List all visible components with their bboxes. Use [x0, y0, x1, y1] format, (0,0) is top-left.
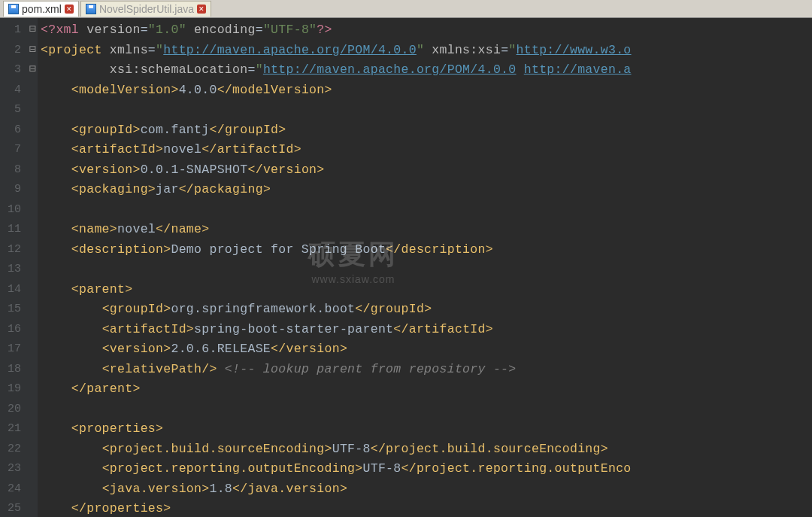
close-icon[interactable]: ✕ — [197, 5, 206, 14]
tab-bar: pom.xml ✕ NovelSpiderUtil.java ✕ — [0, 0, 812, 18]
fold-toggle[interactable]: ⊟ — [27, 60, 38, 81]
save-icon — [8, 4, 19, 14]
fold-toggle[interactable]: ⊟ — [27, 41, 38, 61]
code-editor[interactable]: 123 456 789 101112 131415 161718 192021 … — [0, 18, 812, 517]
save-icon — [86, 4, 96, 14]
tab-novelspider[interactable]: NovelSpiderUtil.java ✕ — [80, 1, 211, 17]
fold-gutter: ⊟ ⊟ ⊟ — [27, 18, 38, 517]
code-content[interactable]: <?xml version="1.0" encoding="UTF-8"?><p… — [38, 18, 632, 517]
tab-pom-xml[interactable]: pom.xml ✕ — [3, 1, 79, 17]
tab-label: pom.xml — [22, 3, 62, 15]
fold-toggle[interactable]: ⊟ — [27, 20, 38, 41]
close-icon[interactable]: ✕ — [65, 5, 74, 14]
line-numbers: 123 456 789 101112 131415 161718 192021 … — [0, 18, 27, 517]
tab-label: NovelSpiderUtil.java — [99, 3, 194, 15]
